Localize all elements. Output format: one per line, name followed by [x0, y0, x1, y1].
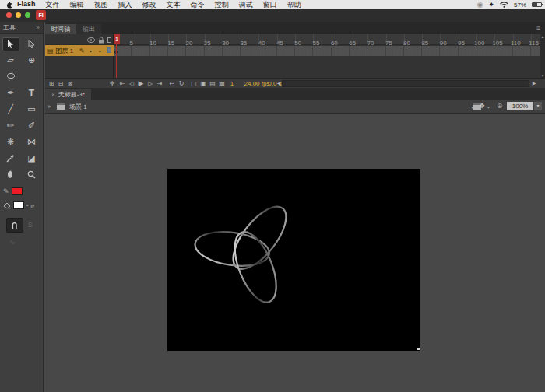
new-folder-button[interactable]: ⊟: [57, 79, 65, 89]
timeline-horizontal-scrollbar[interactable]: [282, 80, 529, 87]
wifi-icon[interactable]: [500, 2, 508, 8]
scene-name[interactable]: 场景 1: [69, 103, 87, 111]
close-document-icon[interactable]: ×: [51, 91, 55, 98]
layer-lock-dot[interactable]: •: [99, 47, 101, 54]
frame-centering-button[interactable]: ✛: [108, 79, 116, 89]
selection-tool[interactable]: [0, 36, 21, 52]
pasteboard[interactable]: [45, 114, 545, 392]
menu-item[interactable]: 调试: [239, 0, 253, 10]
swap-colors-button[interactable]: ⇄: [30, 203, 34, 208]
lasso-tool[interactable]: [0, 68, 21, 85]
panel-menu-icon[interactable]: ≡: [536, 24, 540, 32]
rectangle-tool[interactable]: ▭: [21, 101, 42, 117]
edit-symbols-icon[interactable]: ❖: [479, 102, 485, 110]
deco-tool[interactable]: ❋: [0, 134, 21, 150]
loop-playback-button[interactable]: ↩: [168, 79, 176, 89]
menu-item[interactable]: 命令: [191, 0, 205, 10]
menu-item[interactable]: 修改: [142, 0, 156, 10]
menu-item[interactable]: 帮助: [287, 0, 301, 10]
onion-skin-outline-button[interactable]: ▣: [199, 79, 207, 89]
new-layer-button[interactable]: ⊞: [47, 79, 55, 89]
edit-multiple-frames-button[interactable]: ▤: [209, 79, 216, 89]
snap-to-objects-toggle[interactable]: U: [6, 218, 23, 233]
subselection-tool[interactable]: [21, 36, 42, 52]
menu-extra-icon[interactable]: ✦: [488, 1, 494, 9]
fill-color-row: ▪ ⇄: [3, 199, 42, 212]
tab-output[interactable]: 输出: [76, 24, 101, 34]
menu-item[interactable]: 控制: [215, 0, 229, 10]
outline-column-icon[interactable]: [107, 37, 111, 43]
back-arrow-icon[interactable]: ▸: [48, 103, 51, 110]
edit-symbols-dropdown-icon[interactable]: ▾: [487, 104, 490, 110]
scroll-up-icon[interactable]: ▲: [541, 34, 545, 39]
bone-tool[interactable]: ⋈: [21, 134, 42, 150]
fill-color-swatch[interactable]: [13, 201, 24, 209]
edit-scene-dropdown-icon[interactable]: ▾: [471, 104, 473, 110]
step-forward-button[interactable]: ▷: [146, 79, 154, 89]
zoom-window-button[interactable]: [25, 12, 30, 18]
text-tool[interactable]: T: [21, 85, 42, 101]
menu-item[interactable]: 文本: [167, 0, 181, 10]
eyedropper-tool[interactable]: [0, 150, 21, 166]
timeline-panel: 时间轴 输出 ≡ ▤ 图层 1 ✎ • • 5 1015202530354045…: [45, 22, 545, 88]
close-window-button[interactable]: [6, 12, 12, 18]
layer-visible-dot[interactable]: •: [90, 47, 92, 54]
zoom-tool[interactable]: [21, 166, 42, 183]
delete-layer-button[interactable]: ⊠: [66, 79, 74, 89]
timeline-vertical-scrollbar[interactable]: ▲ ▼: [540, 34, 545, 78]
tools-panel: 工具 » ▱ ⊕ ✒ T ╱ ▭ ✏ ✐: [0, 22, 44, 392]
brush-tool[interactable]: ✐: [21, 117, 42, 134]
window-title-bar: Fl: [0, 9, 545, 22]
go-last-frame-button[interactable]: ⇥: [156, 79, 164, 89]
stroke-color-swatch[interactable]: [12, 187, 23, 195]
go-first-frame-button[interactable]: ⇤: [118, 79, 126, 89]
menu-item[interactable]: 编辑: [70, 0, 84, 10]
step-back-button[interactable]: ◁: [128, 79, 135, 89]
loop-range-button[interactable]: ↻: [178, 79, 185, 89]
layer1-frame-strip[interactable]: [114, 46, 540, 56]
zoom-dropdown-icon[interactable]: ▾: [534, 102, 542, 110]
eraser-tool[interactable]: ◪: [21, 150, 42, 166]
trefoil-shape[interactable]: [167, 169, 420, 351]
smooth-option[interactable]: ∿: [9, 238, 16, 246]
layer-name[interactable]: 图层 1: [56, 47, 74, 55]
frame-area: 5 10152025303540455055606570758085909510…: [114, 34, 540, 78]
black-white-button[interactable]: ▪: [26, 203, 28, 208]
menu-item[interactable]: 插入: [118, 0, 132, 10]
menu-item[interactable]: 视图: [94, 0, 108, 10]
visibility-column-eye-icon[interactable]: [87, 37, 95, 43]
onion-skin-button[interactable]: ▢: [190, 79, 198, 89]
minimize-window-button[interactable]: [16, 12, 21, 18]
menu-item[interactable]: 文件: [46, 0, 60, 10]
flash-app-icon: Fl: [36, 10, 46, 20]
playhead-marker[interactable]: 1: [114, 34, 120, 44]
3d-rotation-tool[interactable]: ⊕: [21, 52, 42, 68]
modify-markers-button[interactable]: ▩: [218, 79, 226, 89]
apple-icon[interactable]: [6, 2, 13, 9]
hscroll-left-arrow[interactable]: ◀: [276, 79, 282, 89]
timeline-ruler[interactable]: 5 10152025303540455055606570758085909510…: [114, 34, 540, 45]
menu-item[interactable]: Flash: [17, 0, 36, 10]
hand-tool[interactable]: [0, 166, 21, 183]
line-tool[interactable]: ╱: [0, 101, 21, 117]
document-tab[interactable]: × 无标题-3*: [45, 89, 91, 100]
pencil-tool[interactable]: ✏: [0, 117, 21, 134]
lock-column-icon[interactable]: [98, 37, 104, 44]
layers-header: [45, 34, 113, 45]
layer-row-layer1[interactable]: ▤ 图层 1 ✎ • •: [45, 45, 114, 56]
stage-canvas[interactable]: [167, 169, 420, 351]
timeline-tab-bar: 时间轴 输出 ≡: [45, 22, 545, 34]
collapse-panel-icon[interactable]: »: [37, 24, 40, 31]
input-source-icon[interactable]: ◉: [477, 1, 483, 9]
zoom-level-input[interactable]: 100%: [507, 102, 533, 110]
layer-outline-swatch[interactable]: [107, 47, 111, 53]
straighten-option[interactable]: S: [28, 221, 33, 229]
free-transform-tool[interactable]: ▱: [0, 52, 21, 68]
play-button[interactable]: ▶: [137, 79, 145, 89]
menu-item[interactable]: 窗口: [263, 0, 277, 10]
center-stage-icon[interactable]: ⊕: [497, 102, 503, 110]
pen-tool[interactable]: ✒: [0, 85, 21, 101]
hscroll-right-arrow[interactable]: ▶: [531, 79, 537, 89]
tab-timeline[interactable]: 时间轴: [45, 24, 76, 34]
playhead-line[interactable]: [116, 44, 117, 78]
